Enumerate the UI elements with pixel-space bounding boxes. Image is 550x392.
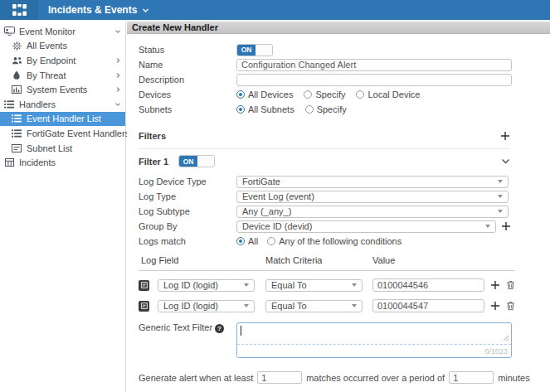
help-icon[interactable]: ?	[215, 324, 224, 333]
log-field-type-icon	[139, 280, 149, 291]
chevron-down-icon	[498, 180, 503, 183]
list-icon	[3, 100, 15, 109]
value-input[interactable]	[372, 299, 484, 312]
sidebar-item-handlers[interactable]: Handlers	[0, 97, 125, 112]
log-field-select[interactable]: Log ID (logid)	[158, 300, 255, 312]
description-input[interactable]	[236, 74, 512, 86]
textarea-edit-area[interactable]	[237, 323, 511, 344]
chevron-down-icon	[244, 304, 249, 307]
users-icon	[11, 56, 22, 65]
sidebar-item-fortigate-event-handlers[interactable]: FortiGate Event Handlers	[0, 126, 125, 141]
radio-specify-devices[interactable]: Specify	[304, 90, 345, 99]
radio-all-subnets[interactable]: All Subnets	[236, 104, 294, 114]
devices-radio-group: All Devices Specify Local Device	[236, 90, 420, 99]
description-row: Description	[139, 73, 550, 86]
add-group-by-icon[interactable]	[501, 221, 511, 231]
radio-all-devices[interactable]: All Devices	[236, 90, 293, 99]
log-type-select[interactable]: Event Log (event)	[236, 191, 509, 203]
sidebar-item-label: System Events	[27, 85, 87, 94]
chevron-right-icon	[115, 57, 121, 64]
sidebar-item-subnet-list[interactable]: Subnet List	[0, 141, 125, 156]
status-label: Status	[139, 45, 236, 55]
sidebar-item-event-monitor[interactable]: Event Monitor	[0, 24, 125, 39]
log-field-type-icon	[139, 301, 149, 312]
match-criteria-select[interactable]: Equal To	[265, 300, 363, 312]
log-device-type-select[interactable]: FortiGate	[236, 176, 509, 188]
log-type-row: Log Type Event Log (event)	[139, 190, 550, 203]
select-value: FortiGate	[242, 177, 280, 186]
subnets-row: Subnets All Subnets Specify	[139, 103, 550, 116]
collapse-filter-icon[interactable]	[501, 157, 510, 165]
value-input[interactable]	[372, 278, 484, 292]
logs-match-row: Logs match All Any of the following cond…	[139, 235, 550, 248]
radio-label: Any of the following conditions	[279, 236, 402, 246]
radio-label: All Devices	[248, 90, 293, 99]
radio-selected-icon	[236, 90, 245, 99]
delete-condition-icon[interactable]	[506, 301, 515, 311]
min-matches-input[interactable]	[257, 371, 302, 384]
sidebar-item-incidents[interactable]: Incidents	[0, 155, 125, 170]
period-input[interactable]	[449, 371, 494, 384]
generic-text-filter-row: Generic Text Filter? 0/1023	[139, 322, 550, 358]
log-device-type-label: Log Device Type	[139, 177, 236, 186]
char-counter: 0/1023	[484, 347, 508, 356]
log-subtype-row: Log Subtype Any (_any_)	[139, 205, 550, 218]
sidebar-item-label: By Endpoint	[27, 56, 75, 65]
sidebar-item-system-events[interactable]: System Events	[0, 82, 125, 97]
alert-rule-suffix: minutes	[498, 373, 530, 383]
chevron-right-icon	[115, 72, 121, 79]
select-value: Any (_any_)	[242, 206, 291, 216]
delete-condition-icon[interactable]	[506, 280, 515, 290]
alert-rule-prefix: Generate alert when at least	[139, 373, 253, 383]
chevron-down-icon	[142, 7, 149, 13]
list-icon	[11, 114, 22, 123]
radio-specify-subnets[interactable]: Specify	[305, 104, 347, 114]
match-criteria-select[interactable]: Equal To	[265, 279, 363, 292]
sidebar-item-event-handler-list[interactable]: Event Handler List	[0, 112, 125, 127]
subnets-label: Subnets	[139, 104, 236, 114]
group-by-select[interactable]: Device ID (devid)	[236, 220, 496, 233]
radio-local-device[interactable]: Local Device	[356, 90, 420, 99]
module-switcher[interactable]: Incidents & Events	[48, 4, 149, 16]
log-subtype-select[interactable]: Any (_any_)	[236, 206, 509, 218]
subnets-radio-group: All Subnets Specify	[236, 104, 347, 114]
generic-text-filter-input[interactable]: 0/1023	[236, 322, 512, 358]
radio-match-all[interactable]: All	[236, 236, 258, 246]
logs-match-radio-group: All Any of the following conditions	[236, 236, 402, 246]
col-match-criteria: Match Criteria	[265, 255, 372, 265]
devices-label: Devices	[139, 90, 236, 99]
add-condition-icon[interactable]	[490, 301, 500, 311]
select-value: Log ID (logid)	[163, 280, 218, 290]
log-field-select[interactable]: Log ID (logid)	[158, 279, 255, 292]
table-header-rule	[139, 270, 515, 271]
resize-handle-icon[interactable]	[503, 333, 509, 343]
col-log-field: Log Field	[139, 255, 265, 265]
section-divider	[139, 148, 510, 149]
status-row: Status ON	[139, 43, 550, 56]
status-toggle[interactable]: ON	[236, 44, 273, 56]
description-label: Description	[139, 75, 236, 85]
filter1-header: Filter 1 ON	[139, 155, 550, 167]
radio-match-any[interactable]: Any of the following conditions	[267, 236, 402, 246]
radio-label: All	[248, 236, 258, 246]
sidebar-item-all-events[interactable]: All Events	[0, 39, 125, 54]
subnet-icon	[11, 144, 22, 152]
sidebar-item-by-threat[interactable]: By Threat	[0, 68, 125, 83]
toggle-knob	[197, 156, 214, 167]
sidebar-item-label: Incidents	[19, 157, 56, 167]
fortinet-logo-icon[interactable]	[0, 0, 38, 20]
log-subtype-label: Log Subtype	[139, 206, 236, 216]
name-input[interactable]	[236, 59, 512, 71]
add-condition-icon[interactable]	[490, 280, 500, 290]
module-title: Incidents & Events	[48, 4, 137, 16]
chevron-right-icon	[115, 86, 121, 93]
sidebar-item-by-endpoint[interactable]: By Endpoint	[0, 53, 125, 68]
select-value: Event Log (event)	[242, 191, 314, 201]
radio-icon	[356, 90, 364, 99]
monitor-icon	[3, 27, 15, 36]
handler-form: Status ON Name Description Devices All D…	[127, 34, 550, 384]
filter1-title: Filter 1	[139, 157, 168, 167]
alert-rule-middle: matches occurred over a period of	[306, 373, 445, 383]
filter1-toggle[interactable]: ON	[178, 155, 215, 167]
add-filter-icon[interactable]	[500, 131, 510, 141]
